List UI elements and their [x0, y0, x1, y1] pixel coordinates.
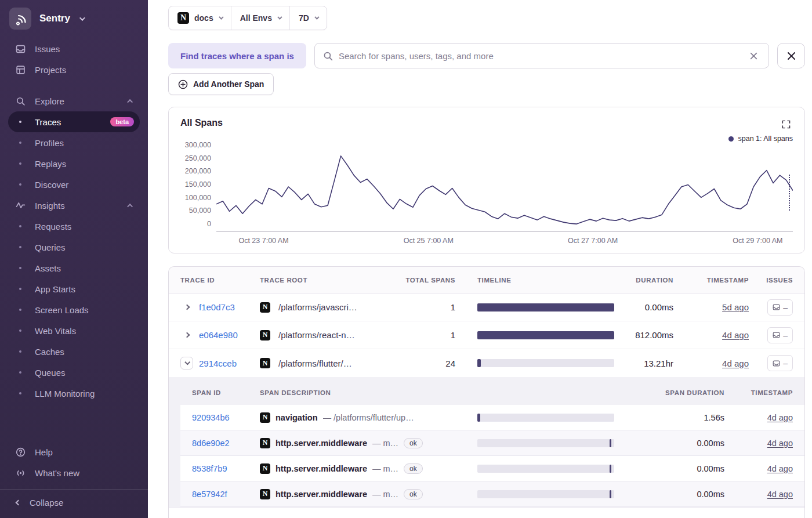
total-spans: 1	[402, 330, 455, 340]
column-header: SPAN ID	[192, 389, 260, 396]
sidebar-item-label: App Starts	[35, 284, 75, 294]
trace-id-link[interactable]: e064e980	[199, 330, 238, 340]
sentry-logo-icon	[9, 8, 31, 30]
timestamp-link[interactable]: 4d ago	[767, 464, 793, 473]
sidebar-item-help[interactable]: Help	[0, 441, 148, 462]
sidebar-item-label: LLM Monitoring	[35, 389, 95, 399]
span-op: navigation	[276, 413, 318, 422]
timestamp-link[interactable]: 4d ago	[767, 439, 793, 448]
issues-button[interactable]: –	[767, 327, 793, 343]
sidebar-item-label: Help	[35, 447, 139, 457]
x-tick-label: Oct 29 7:00 AM	[733, 237, 782, 245]
sidebar-item-screen-loads[interactable]: Screen Loads	[8, 299, 140, 320]
sidebar-item-label: What's new	[35, 468, 139, 478]
bullet-icon	[15, 225, 26, 227]
timestamp-link[interactable]: 4d ago	[722, 358, 749, 368]
org-switcher[interactable]: Sentry	[0, 0, 148, 38]
y-tick-label: 50,000	[189, 207, 211, 215]
issues-count: –	[783, 331, 788, 340]
column-header: ISSUES	[749, 277, 793, 284]
add-circle-icon	[178, 79, 188, 89]
trace-id-link[interactable]: f1e0d7c3	[199, 302, 235, 312]
timestamp-link[interactable]: 4d ago	[767, 413, 793, 422]
platform-icon: N	[260, 438, 270, 448]
sidebar-item-projects[interactable]: Projects	[0, 59, 148, 80]
span-id-link[interactable]: 8538f7b9	[192, 464, 260, 473]
date-range-label: 7D	[299, 13, 309, 23]
expand-row-button[interactable]	[180, 329, 193, 342]
project-filter[interactable]: N docs	[169, 6, 231, 30]
span-search-input[interactable]	[339, 51, 741, 61]
sidebar-item-label: Issues	[35, 44, 139, 54]
span-row: 920934b6 N navigation — /platforms/flutt…	[180, 405, 804, 430]
sidebar-collapse-button[interactable]: Collapse	[0, 489, 148, 518]
sidebar-item-label: Assets	[35, 263, 61, 273]
sidebar-item-queries[interactable]: Queries	[8, 237, 140, 258]
trace-id-link[interactable]: 2914cceb	[199, 358, 237, 368]
duration: 0.00ms	[614, 302, 673, 312]
add-another-span-button[interactable]: Add Another Span	[168, 73, 274, 95]
sidebar-item-requests[interactable]: Requests	[8, 216, 140, 237]
timestamp-link[interactable]: 4d ago	[767, 490, 793, 499]
bullet-icon	[15, 121, 26, 123]
span-id-link[interactable]: 8e57942f	[192, 490, 260, 499]
status-badge: ok	[404, 489, 423, 499]
y-tick-label: 300,000	[185, 141, 211, 149]
table-row: f1e0d7c3 N /platforms/javascri… 1 0.00ms…	[169, 294, 804, 321]
sidebar-item-discover[interactable]: Discover	[8, 174, 140, 195]
expand-row-button[interactable]	[180, 301, 193, 314]
status-badge: ok	[404, 463, 423, 474]
sidebar-item-queues[interactable]: Queues	[8, 362, 140, 383]
timestamp-link[interactable]: 4d ago	[722, 330, 749, 340]
section-label: Explore	[35, 96, 119, 106]
sidebar-item-replays[interactable]: Replays	[8, 153, 140, 174]
sidebar-item-issues[interactable]: Issues	[0, 38, 148, 59]
date-range-filter[interactable]: 7D	[290, 6, 327, 30]
timestamp-link[interactable]: 5d ago	[722, 302, 749, 312]
platform-icon: N	[260, 330, 270, 340]
sidebar-item-whats-new[interactable]: What's new	[0, 462, 148, 483]
sidebar-item-web-vitals[interactable]: Web Vitals	[8, 320, 140, 341]
help-icon	[15, 447, 26, 457]
span-id-link[interactable]: 920934b6	[192, 413, 260, 422]
collapse-row-button[interactable]	[180, 357, 193, 370]
sidebar-item-label: Web Vitals	[35, 326, 76, 336]
x-tick-label: Oct 25 7:00 AM	[404, 237, 454, 245]
sidebar-item-profiles[interactable]: Profiles	[8, 132, 140, 153]
sidebar-section-insights[interactable]: Insights	[0, 195, 148, 216]
span-row: 8538f7b9 N http.server.middleware — m… o…	[180, 456, 804, 481]
column-header: TRACE ID	[180, 277, 260, 284]
expanded-spans-panel: SPAN ID SPAN DESCRIPTION SPAN DURATION T…	[169, 377, 804, 508]
sidebar-section-explore[interactable]: Explore	[0, 90, 148, 111]
environment-filter-label: All Envs	[240, 13, 272, 23]
chart-title: All Spans	[180, 118, 223, 128]
collapse-label: Collapse	[30, 498, 63, 508]
duration: 13.21hr	[614, 358, 673, 368]
y-tick-label: 100,000	[185, 194, 211, 202]
sidebar-item-traces[interactable]: Traces beta	[8, 111, 140, 132]
sidebar-item-caches[interactable]: Caches	[8, 341, 140, 362]
platform-icon: N	[260, 412, 270, 423]
sidebar-item-label: Discover	[35, 180, 68, 190]
issues-button[interactable]: –	[767, 299, 793, 316]
platform-icon: N	[260, 358, 270, 368]
column-header: TOTAL SPANS	[402, 277, 455, 284]
expand-chart-button[interactable]	[780, 118, 793, 131]
remove-span-filter-button[interactable]	[777, 43, 805, 68]
span-id-link[interactable]: 8d6e90e2	[192, 439, 260, 448]
environment-filter[interactable]: All Envs	[231, 6, 290, 30]
sidebar-item-app-starts[interactable]: App Starts	[8, 278, 140, 299]
bullet-icon	[15, 246, 26, 248]
sidebar-item-assets[interactable]: Assets	[8, 258, 140, 278]
section-label: Insights	[35, 201, 119, 211]
sidebar-item-llm-monitoring[interactable]: LLM Monitoring	[8, 383, 140, 404]
sidebar-item-label: Profiles	[35, 138, 64, 148]
issues-button[interactable]: –	[767, 355, 793, 371]
span-filter-label: Find traces where a span is	[168, 43, 306, 68]
all-spans-chart-panel: All Spans span 1: All spans 300,000250,0…	[168, 107, 805, 253]
clear-search-icon[interactable]	[747, 49, 760, 63]
project-platform-icon: N	[177, 12, 189, 24]
column-header: SPAN DURATION	[614, 389, 724, 396]
x-tick-label: Oct 27 7:00 AM	[568, 237, 618, 245]
span-table-header: SPAN ID SPAN DESCRIPTION SPAN DURATION T…	[180, 381, 804, 405]
